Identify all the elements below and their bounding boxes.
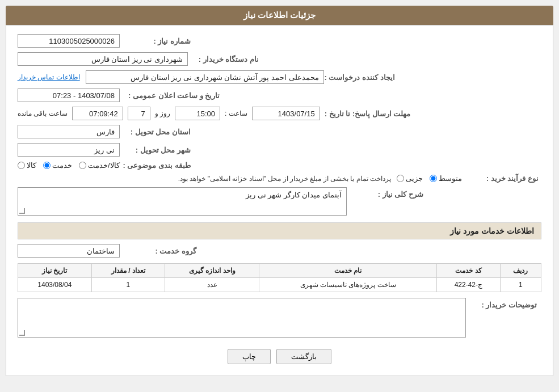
cell-qty: 1 bbox=[91, 278, 165, 292]
buyer-org-value: شهرداری نی ریز استان فارس bbox=[18, 52, 188, 66]
deadline-remain: 07:09:42 bbox=[72, 107, 123, 120]
category-khedmat-label: خدمت bbox=[52, 161, 72, 170]
deadline-time-label: ساعت : bbox=[225, 109, 247, 117]
province-value: فارس bbox=[18, 125, 120, 138]
services-section-header: اطلاعات خدمات مورد نیاز bbox=[18, 222, 541, 239]
buyer-notes-label: توضیحات خریدار : bbox=[466, 298, 540, 309]
col-qty: تعداد / مقدار bbox=[91, 264, 165, 278]
service-group-label: گروه خدمت : bbox=[125, 247, 199, 255]
cell-row: 1 bbox=[500, 278, 541, 292]
table-row: 1ج-42-422ساخت پروژه‌های تاسیسات شهریعدد1… bbox=[18, 278, 541, 292]
cell-code: ج-42-422 bbox=[437, 278, 501, 292]
purchase-type-desc: پرداخت تمام یا بخشی از مبلغ خریدار از مح… bbox=[18, 175, 391, 183]
back-button[interactable]: بازگشت bbox=[276, 349, 331, 364]
category-kala-radio[interactable] bbox=[18, 162, 25, 169]
announce-label: تاریخ و ساعت اعلان عمومی : bbox=[128, 91, 222, 100]
deadline-remain-label: ساعت باقی مانده bbox=[18, 109, 68, 117]
page-title: جزئیات اطلاعات نیاز bbox=[6, 6, 553, 25]
purchase-type-label: نوع فرآیند خرید : bbox=[468, 174, 541, 183]
category-khedmat[interactable]: خدمت bbox=[43, 161, 72, 170]
service-group-value: ساختمان bbox=[18, 244, 120, 258]
purchase-jozei-radio[interactable] bbox=[397, 175, 404, 182]
announce-value: 1403/07/08 - 07:23 bbox=[18, 88, 120, 102]
category-label: طبقه بندی موضوعی : bbox=[120, 161, 194, 170]
purchase-jozei-label: جزیی bbox=[406, 174, 423, 183]
deadline-time: 15:00 bbox=[175, 107, 220, 120]
creator-value: محمدعلی احمد پور آتش نشان شهرداری نی ریز… bbox=[86, 70, 324, 84]
deadline-label: مهلت ارسال پاسخ: تا تاریخ : bbox=[325, 109, 414, 118]
purchase-jozei[interactable]: جزیی bbox=[397, 174, 423, 183]
category-khedmat-radio[interactable] bbox=[43, 162, 51, 169]
city-label: شهر محل تحویل : bbox=[120, 146, 194, 154]
need-number-value: 1103005025000026 bbox=[18, 34, 120, 48]
col-row: ردیف bbox=[500, 264, 541, 278]
purchase-type-group: متوسط جزیی bbox=[397, 174, 462, 183]
needs-table: ردیف کد خدمت نام خدمت واحد اندازه گیری ت… bbox=[18, 263, 541, 292]
city-value: نی ریز bbox=[18, 143, 120, 157]
deadline-days-label: روز و bbox=[155, 109, 170, 117]
buyer-org-label: نام دستگاه خریدار : bbox=[188, 55, 262, 64]
deadline-date: 1403/07/15 bbox=[252, 107, 320, 120]
deadline-days: 7 bbox=[128, 107, 150, 120]
category-kala-khidmat-radio[interactable] bbox=[79, 162, 86, 169]
desc-label: شرح کلی نیاز : bbox=[352, 187, 426, 199]
province-label: استان محل تحویل : bbox=[120, 128, 194, 136]
purchase-motavaset-radio[interactable] bbox=[430, 175, 437, 182]
col-name: نام خدمت bbox=[259, 264, 437, 278]
cell-unit: عدد bbox=[165, 278, 259, 292]
resize-handle[interactable] bbox=[19, 208, 25, 214]
cell-name: ساخت پروژه‌های تاسیسات شهری bbox=[259, 278, 437, 292]
col-code: کد خدمت bbox=[437, 264, 501, 278]
category-radio-group: کالا/خدمت خدمت کالا bbox=[18, 161, 120, 170]
cell-date: 1403/08/04 bbox=[18, 278, 92, 292]
purchase-motavaset[interactable]: متوسط bbox=[430, 174, 462, 183]
col-date: تاریخ نیاز bbox=[18, 264, 92, 278]
col-unit: واحد اندازه گیری bbox=[165, 264, 259, 278]
need-number-label: شماره نیاز : bbox=[120, 37, 194, 45]
category-kala-khidmat[interactable]: کالا/خدمت bbox=[79, 161, 120, 170]
creator-contact-link[interactable]: اطلاعات تماس خریدار bbox=[18, 73, 80, 81]
notes-resize-handle[interactable] bbox=[19, 330, 25, 336]
category-kala[interactable]: کالا bbox=[18, 161, 36, 170]
purchase-motavaset-label: متوسط bbox=[439, 174, 462, 183]
desc-value: آبنمای میدان کارگر شهر نی ریز bbox=[18, 187, 347, 216]
print-button[interactable]: چاپ bbox=[228, 349, 271, 364]
creator-label: ایجاد کننده درخواست : bbox=[324, 73, 398, 82]
category-kala-label: کالا bbox=[27, 161, 36, 170]
buyer-notes-value bbox=[18, 298, 466, 338]
category-kala-khidmat-label: کالا/خدمت bbox=[88, 161, 120, 170]
